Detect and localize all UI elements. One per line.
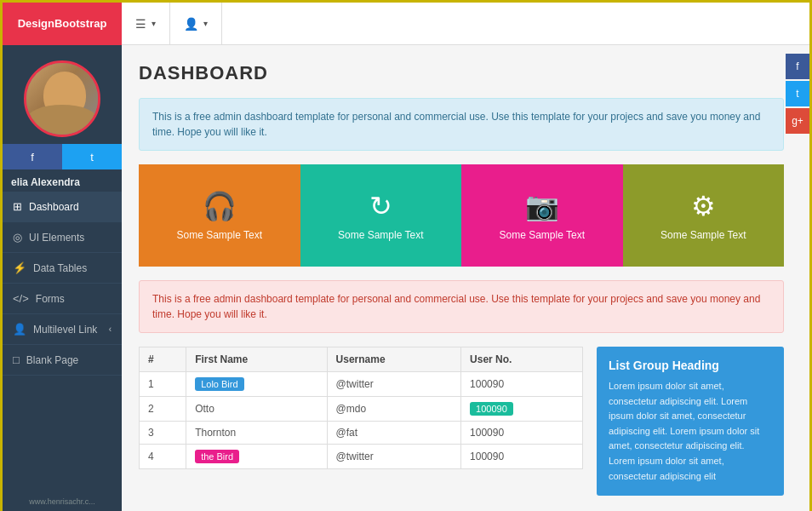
circle-icon: ◎ [13,231,22,244]
right-twitter-button[interactable]: t [786,81,809,106]
sidebar-facebook-button[interactable]: f [3,144,62,169]
chevron-down-icon: ▾ [152,19,156,28]
table-row: 3 Thornton @fat 100090 [140,422,583,445]
cell-username: @twitter [327,372,460,397]
chevron-left-icon: ‹ [109,324,112,334]
lightning-icon: ⚡ [13,261,26,274]
cell-name: the Bird [186,445,327,469]
cell-userno: 100090 [461,422,583,445]
brand-logo: DesignBootstrap [3,3,122,45]
right-facebook-button[interactable]: f [786,54,809,79]
page-icon: □ [13,353,20,366]
outer-wrapper: DesignBootstrap ☰ ▾ 👤 ▾ f t elia Alexend… [0,0,812,511]
user-icon: 👤 [184,17,198,31]
nav-menu-button[interactable]: ☰ ▾ [122,3,170,45]
sidebar-item-label: Dashboard [29,201,79,213]
widget-camera[interactable]: 📷 Some Sample Text [461,164,623,267]
content-area: f t g+ DASHBOARD This is a free admin da… [122,45,809,511]
camera-icon: 📷 [525,190,559,222]
sidebar-item-forms[interactable]: </> Forms [3,284,122,314]
col-userno: User No. [461,347,583,372]
list-group-box: List Group Heading Lorem ipsum dolor sit… [597,347,784,496]
navbar: DesignBootstrap ☰ ▾ 👤 ▾ [3,3,809,45]
cell-name: Thornton [186,422,327,445]
sidebar-twitter-button[interactable]: t [62,144,122,169]
widget-label: Some Sample Text [177,229,263,241]
name-badge: Lolo Bird [195,377,243,391]
sidebar-item-label: UI Elements [29,232,84,244]
brand-name: DesignBootstrap [18,17,107,30]
sidebar-item-label: Multilevel Link [33,324,97,336]
cell-username: @twitter [327,445,460,469]
col-num: # [140,347,186,372]
cell-userno: 100090 [461,445,583,469]
cell-num: 2 [140,397,186,422]
widget-music[interactable]: 🎧 Some Sample Text [139,164,300,267]
sidebar: f t elia Alexendra ⊞ Dashboard ◎ UI Elem… [3,45,122,511]
table-wrapper: # First Name Username User No. 1 Lolo Bi… [139,347,583,496]
cell-username: @fat [327,422,460,445]
widget-refresh[interactable]: ↻ Some Sample Text [300,164,462,267]
sidebar-nav: ⊞ Dashboard ◎ UI Elements ⚡ Data Tables … [3,192,122,491]
cell-num: 3 [140,422,186,445]
headphones-icon: 🎧 [203,190,237,222]
widget-label: Some Sample Text [660,229,746,241]
list-group-heading: List Group Heading [609,359,772,372]
cell-num: 4 [140,445,186,469]
table-row: 4 the Bird @twitter 100090 [140,445,583,469]
avatar-image [26,63,98,135]
page-title: DASHBOARD [139,62,784,84]
sidebar-item-label: Blank Page [26,354,78,366]
alert-info: This is a free admin dashboard template … [139,98,784,151]
user-icon: 👤 [13,323,26,336]
table-header-row: # First Name Username User No. [140,347,583,372]
table-row: 2 Otto @mdo 100090 [140,397,583,422]
widget-settings[interactable]: ⚙ Some Sample Text [623,164,785,267]
cell-username: @mdo [327,397,460,422]
nav-user-button[interactable]: 👤 ▾ [170,3,222,45]
sidebar-item-ui-elements[interactable]: ◎ UI Elements [3,222,122,253]
widget-label: Some Sample Text [338,229,424,241]
cell-name: Lolo Bird [186,372,327,397]
sidebar-item-blank[interactable]: □ Blank Page [3,345,122,376]
main-layout: f t elia Alexendra ⊞ Dashboard ◎ UI Elem… [3,45,809,511]
cell-num: 1 [140,372,186,397]
code-icon: </> [13,292,29,305]
name-badge: the Bird [195,450,239,463]
cell-name: Otto [186,397,327,422]
sidebar-username: elia Alexendra [3,169,122,192]
sidebar-item-dashboard[interactable]: ⊞ Dashboard [3,192,122,222]
sidebar-item-data-tables[interactable]: ⚡ Data Tables [3,253,122,284]
data-table: # First Name Username User No. 1 Lolo Bi… [139,347,583,469]
gear-icon: ⚙ [691,190,716,222]
menu-icon: ☰ [135,17,146,31]
chevron-down-icon: ▾ [203,19,208,28]
sidebar-item-label: Forms [36,293,65,305]
sidebar-item-multilevel[interactable]: 👤 Multilevel Link ‹ [3,314,122,345]
bottom-section: # First Name Username User No. 1 Lolo Bi… [139,347,784,496]
grid-icon: ⊞ [13,200,22,213]
right-googleplus-button[interactable]: g+ [786,108,809,134]
userno-badge: 100090 [470,402,513,416]
alert-warning: This is a free admin dashboard template … [139,280,784,333]
table-row: 1 Lolo Bird @twitter 100090 [140,372,583,397]
widget-row: 🎧 Some Sample Text ↻ Some Sample Text 📷 … [139,164,784,267]
sidebar-social-buttons: f t [3,144,122,169]
refresh-icon: ↻ [369,190,392,222]
sidebar-footer: www.henrisachr.c... [3,491,122,511]
col-username: Username [327,347,460,372]
right-social-buttons: f t g+ [786,54,809,135]
widget-label: Some Sample Text [500,229,586,241]
sidebar-item-label: Data Tables [33,262,87,274]
cell-userno: 100090 [461,397,583,422]
avatar [24,60,100,137]
cell-userno: 100090 [461,372,583,397]
col-firstname: First Name [186,347,327,372]
list-group-text: Lorem ipsum dolor sit amet, consectetur … [609,379,772,484]
